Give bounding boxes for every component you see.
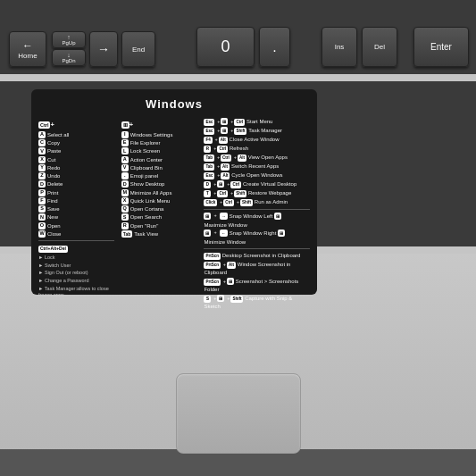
- screenshot-folder: PrtScn +⊞ Screenshot > Screenshots Folde…: [204, 278, 310, 294]
- switch-recent-shortcut: Tab +Alt Switch Recent Apps: [204, 163, 310, 171]
- cad-sign-out: ► Sign Out (or reboot): [38, 270, 114, 276]
- task-manager-shortcut: Esc +⊞ +Shift Task Manager: [204, 127, 310, 135]
- win-run: R Open "Run": [121, 222, 197, 230]
- win-settings: I Windows Settings: [121, 131, 197, 138]
- shortcut-cut: X Cut: [38, 156, 114, 163]
- pgdn-key[interactable]: ↓PgDn: [52, 49, 86, 66]
- shortcut-delete: D Delete: [38, 180, 114, 188]
- shortcut-print: P Print: [38, 189, 114, 196]
- win-cortana: Q Open Cortana: [121, 205, 197, 213]
- win-minimize-all: M Minimize All Apps: [121, 189, 197, 196]
- pgupdn-cluster: ↑PgUp ↓PgDn: [52, 31, 86, 66]
- restore-webpage-shortcut: T +Ctrl +Shift Restore Webpage: [204, 189, 310, 197]
- virtual-desktop-shortcut: D +⊞ +Ctrl Create Virtual Desktop: [204, 180, 310, 188]
- ctrl-shortcuts-column: Ctrl+ A Select all C Copy V Paste X Cut …: [38, 118, 114, 312]
- cad-change-password: ► Change a Password: [38, 278, 114, 284]
- cad-lock: ► Lock: [38, 255, 114, 261]
- trackpad[interactable]: [176, 373, 301, 454]
- shortcut-save: S Save: [38, 205, 114, 213]
- snap-left-row: ⊞ + → Snap Window Left ⊞ Maximize Window: [204, 213, 310, 229]
- windows-shortcut-sticker: Windows Ctrl+ A Select all C Copy V Past…: [31, 89, 317, 295]
- start-menu-shortcut: Esc +⊞ +Ctrl Start Menu: [204, 118, 310, 126]
- shortcut-open: O Open: [38, 222, 114, 230]
- refresh-shortcut: R +Ctrl Refresh: [204, 145, 310, 153]
- win-shortcuts-column: ⊞+ I Windows Settings E File Explorer L …: [121, 118, 197, 312]
- shortcut-paste: V Paste: [38, 147, 114, 154]
- win-emoji: . Emoji panel: [121, 172, 197, 180]
- win-task-view: Tab Task View: [121, 230, 197, 238]
- ctrl-section-header: Ctrl+: [38, 121, 114, 129]
- home-key[interactable]: ← Home: [9, 31, 46, 67]
- win-clipboard: V Clipboard Bin: [121, 164, 197, 171]
- pgup-key[interactable]: ↑PgUp: [52, 31, 86, 48]
- win-search: S Open Search: [121, 213, 197, 221]
- snap-right-row: ⊞ + ← Snap Window Right ⊞ Minimize Windo…: [204, 230, 310, 246]
- right-shortcuts-column: Esc +⊞ +Ctrl Start Menu Esc +⊞ +Shift Ta…: [204, 118, 310, 312]
- close-window-shortcut: F4 +Alt Close Active Window: [204, 136, 310, 144]
- shortcut-find: F Find: [38, 197, 114, 205]
- win-quick-link: X Quick Link Menu: [121, 197, 197, 205]
- screenshot-snip: S +⊞ +Shift Capture with Snip & Sketch: [204, 295, 310, 311]
- win-file-explorer: E File Explorer: [121, 139, 197, 146]
- shortcut-close: W Close: [38, 230, 114, 238]
- enter-key[interactable]: Enter: [413, 27, 469, 67]
- win-lock: L Lock Screen: [121, 147, 197, 154]
- view-open-apps-shortcut: Tab +Ctrl +Alt View Open Apps: [204, 154, 310, 162]
- arrow-right-key[interactable]: →: [89, 31, 118, 67]
- shortcut-copy: C Copy: [38, 139, 114, 146]
- keyboard-silver-strip: [0, 74, 476, 81]
- cad-switch-user: ► Switch User: [38, 263, 114, 269]
- shortcut-undo: Z Undo: [38, 172, 114, 180]
- keyboard-background: ← Home ↑PgUp ↓PgDn → End 0 . Ins Del Ent…: [0, 0, 476, 476]
- win-action-center: A Action Center: [121, 156, 197, 163]
- screenshot-window: PrtScn +Alt Window Screenshot in Clipboa…: [204, 261, 310, 277]
- win-section-header: ⊞+: [121, 121, 197, 129]
- numpad-0-key[interactable]: 0: [196, 27, 255, 67]
- shortcut-new: N New: [38, 213, 114, 221]
- run-as-admin-shortcut: Click +Ctrl +Shift Run as Admin: [204, 198, 310, 206]
- end-key[interactable]: End: [121, 31, 155, 67]
- win-show-desktop: D Show Desktop: [121, 180, 197, 188]
- cad-task-manager: ► Task Manager:allows to close frozen ap…: [38, 286, 114, 299]
- screenshot-clipboard: PrtScn Desktop Screenshot in Clipboard: [204, 252, 310, 260]
- numpad-dot-key[interactable]: .: [259, 27, 290, 67]
- sticker-title: Windows: [38, 96, 310, 113]
- ctrl-alt-del-header: Ctrl+Alt+Del: [38, 244, 114, 253]
- cycle-windows-shortcut: Esc +Alt Cycle Open Windows: [204, 171, 310, 180]
- ins-key[interactable]: Ins: [322, 27, 357, 67]
- shortcut-redo: Y Redo: [38, 164, 114, 171]
- del-key[interactable]: Del: [362, 27, 397, 67]
- shortcut-select-all: A Select all: [38, 131, 114, 138]
